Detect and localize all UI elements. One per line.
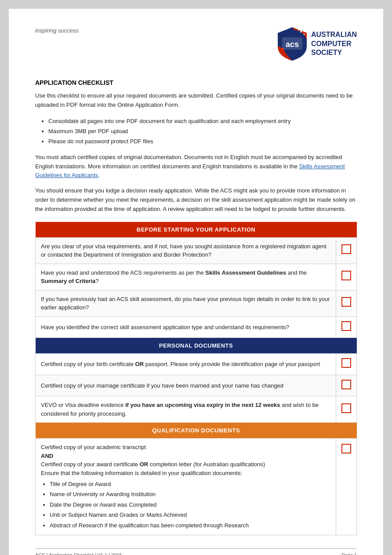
section-header-personal-docs: PERSONAL DOCUMENTS (36, 338, 357, 354)
section-header-label: PERSONAL DOCUMENTS (36, 338, 357, 354)
list-item: Please do not password protect PDF files (48, 136, 357, 146)
list-item: Title of Degree or Award (50, 479, 330, 489)
svg-point-2 (300, 31, 302, 33)
row-text: Certified copy of your birth certificate… (36, 354, 336, 375)
row-text: Are you clear of your visa requirements,… (36, 237, 336, 264)
checkbox[interactable] (341, 321, 351, 331)
checkbox-cell[interactable] (336, 264, 357, 290)
list-item: Unit or Subject Names and Grades or Mark… (50, 510, 330, 520)
checkbox-cell[interactable] (336, 439, 357, 535)
checkbox[interactable] (341, 271, 351, 280)
list-item: Name of University or Awarding Instituti… (50, 489, 330, 499)
checkbox[interactable] (341, 358, 351, 368)
section-header-label: QUALIFICATION DOCUMENTS (36, 423, 357, 439)
svg-point-4 (298, 29, 300, 31)
checkbox[interactable] (341, 444, 351, 453)
logo-container: acs AUSTRALIAN COMPUTER SOCIETY (277, 26, 357, 62)
svg-text:acs: acs (286, 40, 299, 49)
intro-para2: You must attach certified copies of orig… (35, 153, 357, 180)
row-text: Have you identified the correct skill as… (36, 316, 336, 338)
footer-right: Page 1 (341, 552, 357, 555)
checkbox-cell[interactable] (336, 375, 357, 396)
section-header-label: BEFORE STARTING YOUR APPLICATION (36, 222, 357, 238)
footer-left: ACS | Application Checklist | V1.1 | 201… (35, 552, 122, 555)
table-row: Are you clear of your visa requirements,… (36, 237, 357, 264)
list-item: Consolidate all pages into one PDF docum… (48, 116, 357, 126)
table-row: If you have previously had an ACS skill … (36, 290, 357, 316)
page: inspiring success acs AUSTRAL (9, 9, 383, 555)
table-row: Certified copy of your marriage certific… (36, 375, 357, 396)
checkbox-cell[interactable] (336, 396, 357, 423)
intro-para3: You should ensure that you lodge a decis… (35, 186, 357, 214)
list-item: Maximum 3MB per PDF upload (48, 126, 357, 136)
section-header-before-starting: BEFORE STARTING YOUR APPLICATION (36, 222, 357, 238)
acs-logo-shield: acs (277, 26, 308, 62)
list-item: Abstract of Research if the qualificatio… (50, 520, 330, 530)
checklist-table: BEFORE STARTING YOUR APPLICATION Are you… (35, 222, 357, 535)
page-footer: ACS | Application Checklist | V1.1 | 201… (35, 548, 357, 555)
row-text: Certified copy of your marriage certific… (36, 375, 336, 396)
tagline: inspiring success (35, 26, 79, 34)
checkbox-cell[interactable] (336, 316, 357, 338)
table-row: Certified copy of your academic transcri… (36, 439, 357, 535)
checkbox[interactable] (341, 380, 351, 389)
table-row: Have you identified the correct skill as… (36, 316, 357, 338)
row-text: Certified copy of your academic transcri… (36, 439, 336, 535)
table-row: VEVO or Visa deadline evidence if you ha… (36, 396, 357, 423)
checkbox[interactable] (341, 244, 351, 254)
svg-point-3 (304, 34, 305, 35)
checkbox[interactable] (341, 297, 351, 307)
list-item: Date the Degree or Award was Completed (50, 500, 330, 510)
checkbox-cell[interactable] (336, 354, 357, 375)
row-text: VEVO or Visa deadline evidence if you ha… (36, 396, 336, 423)
checkbox-cell[interactable] (336, 290, 357, 316)
table-row: Have you read and understood the ACS req… (36, 264, 357, 290)
application-checklist-title: APPLICATION CHECKLIST (35, 79, 357, 86)
table-row: Certified copy of your birth certificate… (36, 354, 357, 375)
checkbox[interactable] (341, 403, 351, 413)
logo-text: AUSTRALIAN COMPUTER SOCIETY (311, 30, 357, 58)
row-text: If you have previously had an ACS skill … (36, 290, 336, 316)
section-header-qualification-docs: QUALIFICATION DOCUMENTS (36, 423, 357, 439)
page-header: inspiring success acs AUSTRAL (35, 26, 357, 62)
bullet-list: Consolidate all pages into one PDF docum… (48, 116, 357, 147)
row-text: Have you read and understood the ACS req… (36, 264, 336, 290)
intro-para1: Use this checklist to ensure all your re… (35, 91, 357, 110)
checkbox-cell[interactable] (336, 237, 357, 264)
